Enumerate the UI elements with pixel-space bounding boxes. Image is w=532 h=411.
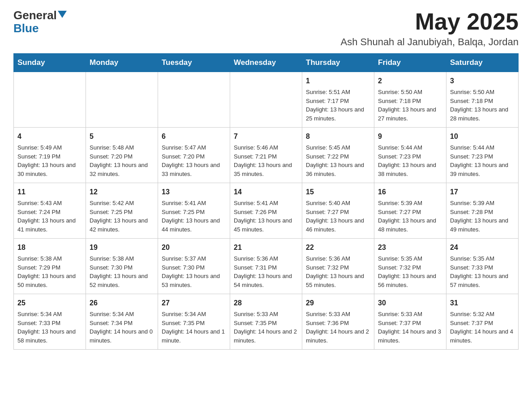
day-number: 4 — [17, 131, 82, 142]
day-number: 18 — [17, 242, 82, 253]
calendar-cell: 30Sunrise: 5:33 AM Sunset: 7:37 PM Dayli… — [374, 294, 446, 350]
day-info: Sunrise: 5:36 AM Sunset: 7:31 PM Dayligh… — [234, 254, 298, 289]
day-number: 12 — [90, 187, 154, 197]
day-number: 26 — [90, 298, 154, 308]
month-title: May 2025 — [340, 9, 519, 34]
calendar-cell: 22Sunrise: 5:36 AM Sunset: 7:32 PM Dayli… — [302, 239, 374, 294]
page-header: General Blue May 2025 Ash Shunah al Janu… — [13, 9, 519, 48]
day-number: 11 — [17, 187, 82, 197]
calendar-cell: 29Sunrise: 5:33 AM Sunset: 7:36 PM Dayli… — [302, 294, 374, 350]
calendar-cell: 23Sunrise: 5:35 AM Sunset: 7:32 PM Dayli… — [374, 239, 446, 294]
day-info: Sunrise: 5:51 AM Sunset: 7:17 PM Dayligh… — [306, 88, 370, 123]
day-number: 28 — [234, 298, 298, 308]
calendar-cell: 26Sunrise: 5:34 AM Sunset: 7:34 PM Dayli… — [86, 294, 158, 350]
calendar-cell — [230, 72, 302, 128]
day-info: Sunrise: 5:44 AM Sunset: 7:23 PM Dayligh… — [378, 143, 442, 178]
day-number: 21 — [234, 242, 298, 253]
day-number: 31 — [450, 298, 515, 308]
day-of-week-header: Monday — [86, 54, 158, 72]
title-block: May 2025 Ash Shunah al Janubiyah, Balqa,… — [340, 9, 519, 48]
day-number: 14 — [234, 187, 298, 197]
day-info: Sunrise: 5:34 AM Sunset: 7:34 PM Dayligh… — [90, 310, 154, 345]
calendar-cell: 18Sunrise: 5:38 AM Sunset: 7:29 PM Dayli… — [14, 239, 86, 294]
day-info: Sunrise: 5:39 AM Sunset: 7:27 PM Dayligh… — [378, 199, 442, 234]
day-info: Sunrise: 5:32 AM Sunset: 7:37 PM Dayligh… — [450, 310, 515, 345]
day-info: Sunrise: 5:50 AM Sunset: 7:18 PM Dayligh… — [450, 88, 515, 123]
day-number: 8 — [306, 131, 370, 142]
day-number: 5 — [90, 131, 154, 142]
location-title: Ash Shunah al Janubiyah, Balqa, Jordan — [340, 36, 519, 48]
calendar-cell: 14Sunrise: 5:41 AM Sunset: 7:26 PM Dayli… — [230, 183, 302, 239]
calendar-cell: 19Sunrise: 5:38 AM Sunset: 7:30 PM Dayli… — [86, 239, 158, 294]
day-number: 16 — [378, 187, 442, 197]
logo-blue-text: Blue — [13, 22, 67, 35]
calendar-cell — [14, 72, 86, 128]
day-info: Sunrise: 5:42 AM Sunset: 7:25 PM Dayligh… — [90, 199, 154, 234]
calendar-cell: 12Sunrise: 5:42 AM Sunset: 7:25 PM Dayli… — [86, 183, 158, 239]
day-number: 22 — [306, 242, 370, 253]
day-info: Sunrise: 5:44 AM Sunset: 7:23 PM Dayligh… — [450, 143, 515, 178]
day-info: Sunrise: 5:34 AM Sunset: 7:33 PM Dayligh… — [17, 310, 82, 345]
calendar-cell — [158, 72, 230, 128]
calendar-cell: 1Sunrise: 5:51 AM Sunset: 7:17 PM Daylig… — [302, 72, 374, 128]
day-number: 10 — [450, 131, 515, 142]
calendar-week-row: 25Sunrise: 5:34 AM Sunset: 7:33 PM Dayli… — [14, 294, 519, 350]
days-of-week-row: SundayMondayTuesdayWednesdayThursdayFrid… — [14, 54, 519, 72]
logo: General Blue — [13, 9, 67, 34]
day-of-week-header: Thursday — [302, 54, 374, 72]
calendar-cell: 11Sunrise: 5:43 AM Sunset: 7:24 PM Dayli… — [14, 183, 86, 239]
calendar-cell: 7Sunrise: 5:46 AM Sunset: 7:21 PM Daylig… — [230, 128, 302, 183]
calendar-cell: 25Sunrise: 5:34 AM Sunset: 7:33 PM Dayli… — [14, 294, 86, 350]
calendar-cell: 21Sunrise: 5:36 AM Sunset: 7:31 PM Dayli… — [230, 239, 302, 294]
day-info: Sunrise: 5:34 AM Sunset: 7:35 PM Dayligh… — [162, 310, 226, 345]
day-number: 27 — [162, 298, 226, 308]
calendar-cell: 15Sunrise: 5:40 AM Sunset: 7:27 PM Dayli… — [302, 183, 374, 239]
day-info: Sunrise: 5:33 AM Sunset: 7:37 PM Dayligh… — [378, 310, 442, 345]
logo-triangle-icon — [58, 11, 67, 18]
day-number: 15 — [306, 187, 370, 197]
day-info: Sunrise: 5:38 AM Sunset: 7:29 PM Dayligh… — [17, 254, 82, 289]
day-info: Sunrise: 5:45 AM Sunset: 7:22 PM Dayligh… — [306, 143, 370, 178]
calendar-cell: 2Sunrise: 5:50 AM Sunset: 7:18 PM Daylig… — [374, 72, 446, 128]
day-number: 17 — [450, 187, 515, 197]
day-info: Sunrise: 5:43 AM Sunset: 7:24 PM Dayligh… — [17, 199, 82, 234]
day-info: Sunrise: 5:33 AM Sunset: 7:35 PM Dayligh… — [234, 310, 298, 345]
day-of-week-header: Sunday — [14, 54, 86, 72]
calendar-cell: 10Sunrise: 5:44 AM Sunset: 7:23 PM Dayli… — [446, 128, 519, 183]
calendar-cell: 3Sunrise: 5:50 AM Sunset: 7:18 PM Daylig… — [446, 72, 519, 128]
day-number: 20 — [162, 242, 226, 253]
day-of-week-header: Wednesday — [230, 54, 302, 72]
day-number: 3 — [450, 76, 515, 86]
day-number: 1 — [306, 76, 370, 86]
day-info: Sunrise: 5:38 AM Sunset: 7:30 PM Dayligh… — [90, 254, 154, 289]
calendar-cell: 8Sunrise: 5:45 AM Sunset: 7:22 PM Daylig… — [302, 128, 374, 183]
calendar-cell: 31Sunrise: 5:32 AM Sunset: 7:37 PM Dayli… — [446, 294, 519, 350]
calendar-cell: 16Sunrise: 5:39 AM Sunset: 7:27 PM Dayli… — [374, 183, 446, 239]
day-number: 24 — [450, 242, 515, 253]
calendar-cell: 9Sunrise: 5:44 AM Sunset: 7:23 PM Daylig… — [374, 128, 446, 183]
calendar-week-row: 18Sunrise: 5:38 AM Sunset: 7:29 PM Dayli… — [14, 239, 519, 294]
day-info: Sunrise: 5:35 AM Sunset: 7:32 PM Dayligh… — [378, 254, 442, 289]
calendar-cell: 28Sunrise: 5:33 AM Sunset: 7:35 PM Dayli… — [230, 294, 302, 350]
day-info: Sunrise: 5:41 AM Sunset: 7:26 PM Dayligh… — [234, 199, 298, 234]
calendar-cell: 13Sunrise: 5:41 AM Sunset: 7:25 PM Dayli… — [158, 183, 230, 239]
day-number: 30 — [378, 298, 442, 308]
calendar-cell: 20Sunrise: 5:37 AM Sunset: 7:30 PM Dayli… — [158, 239, 230, 294]
calendar-body: 1Sunrise: 5:51 AM Sunset: 7:17 PM Daylig… — [14, 72, 519, 350]
day-info: Sunrise: 5:49 AM Sunset: 7:19 PM Dayligh… — [17, 143, 82, 178]
day-number: 9 — [378, 131, 442, 142]
calendar-cell: 24Sunrise: 5:35 AM Sunset: 7:33 PM Dayli… — [446, 239, 519, 294]
calendar-header: SundayMondayTuesdayWednesdayThursdayFrid… — [14, 54, 519, 72]
day-number: 25 — [17, 298, 82, 308]
day-info: Sunrise: 5:36 AM Sunset: 7:32 PM Dayligh… — [306, 254, 370, 289]
day-number: 23 — [378, 242, 442, 253]
calendar-week-row: 1Sunrise: 5:51 AM Sunset: 7:17 PM Daylig… — [14, 72, 519, 128]
day-number: 19 — [90, 242, 154, 253]
day-of-week-header: Tuesday — [158, 54, 230, 72]
day-number: 6 — [162, 131, 226, 142]
day-info: Sunrise: 5:35 AM Sunset: 7:33 PM Dayligh… — [450, 254, 515, 289]
day-info: Sunrise: 5:47 AM Sunset: 7:20 PM Dayligh… — [162, 143, 226, 178]
logo-general: General — [13, 9, 67, 22]
day-info: Sunrise: 5:39 AM Sunset: 7:28 PM Dayligh… — [450, 199, 515, 234]
day-of-week-header: Friday — [374, 54, 446, 72]
